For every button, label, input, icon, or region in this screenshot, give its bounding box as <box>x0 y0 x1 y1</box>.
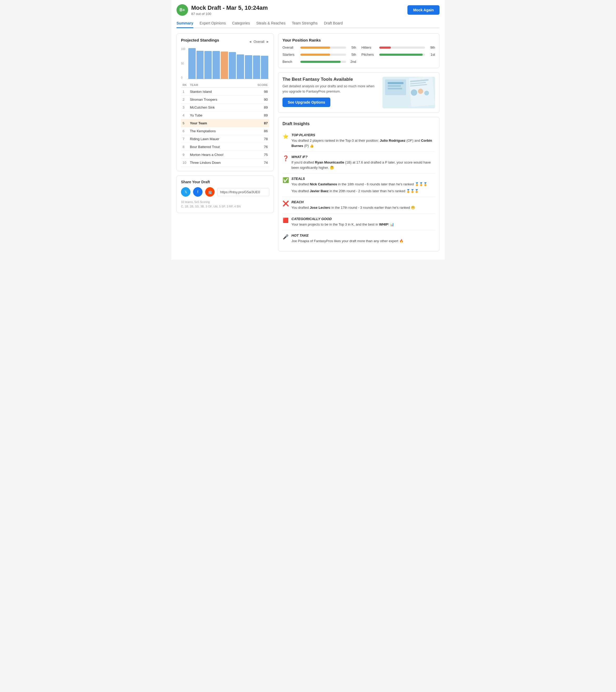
main-content: Projected Standings ◄ Overall ► 100 50 0 <box>176 34 440 256</box>
pos-rank-overall-value: 5th <box>348 45 356 49</box>
table-row: 3 McCutchen Sink 89 <box>181 104 269 111</box>
header: B+ Mock Draft - Mar 5, 10:24am 87 out of… <box>176 4 440 16</box>
svg-rect-2 <box>388 82 403 84</box>
table-row: 2 Stroman Troopers 90 <box>181 96 269 104</box>
table-row: 9 Morton Hears a Choo! 75 <box>181 151 269 159</box>
mock-again-button[interactable]: Mock Again <box>407 5 440 15</box>
insight-steals-text-2: You drafted Javier Baez in the 20th roun… <box>292 189 435 194</box>
insight-top-players-text: You drafted 2 players ranked in the Top-… <box>292 138 435 148</box>
pos-bar-overall <box>300 46 330 49</box>
share-title: Share Your Draft <box>181 180 269 184</box>
pos-rank-starters-value: 5th <box>348 52 356 57</box>
bar-10 <box>261 56 268 79</box>
pos-bar-overall-wrap <box>300 46 346 49</box>
page-title: Mock Draft - Mar 5, 10:24am <box>191 4 268 11</box>
draft-insights-card: Draft Insights ⭐ TOP PLAYERS You drafted… <box>278 117 440 251</box>
bar-chart <box>187 48 269 79</box>
reddit-share-button[interactable]: 🤖 <box>205 187 215 197</box>
bar-1 <box>188 48 196 79</box>
insight-what-if-text: If you'd drafted Ryan Mountcastle (1B) a… <box>292 160 435 170</box>
bar-3 <box>204 51 212 79</box>
insight-steals-heading: STEALS <box>292 177 435 181</box>
pos-label-overall: Overall <box>282 45 298 49</box>
table-row: 4 Yu Tube 89 <box>181 111 269 120</box>
table-row: 1 Stanton Island 98 <box>181 88 269 96</box>
y-label-100: 100 <box>181 48 186 50</box>
tab-bar: Summary Expert Opinions Categories Steal… <box>176 19 440 28</box>
facebook-share-button[interactable]: f <box>193 187 203 197</box>
position-ranks-title: Your Position Ranks <box>282 38 435 42</box>
upgrade-text: The Best Fantasy Tools Available Get det… <box>282 77 378 107</box>
nav-next-arrow[interactable]: ► <box>266 40 269 44</box>
pos-bar-pitchers <box>379 53 423 56</box>
pos-bar-bench-wrap <box>300 61 346 63</box>
bar-6 <box>229 52 236 79</box>
y-label-0: 0 <box>181 76 186 79</box>
bar-4 <box>213 51 220 79</box>
share-row: 𝕏 f 🤖 <box>181 187 269 197</box>
tab-expert-opinions[interactable]: Expert Opinions <box>200 19 226 28</box>
chart-y-axis: 100 50 0 <box>181 48 186 79</box>
upgrade-card: The Best Fantasy Tools Available Get det… <box>278 72 440 113</box>
standings-table: RK TEAM SCORE 1 Stanton Island 98 2 <box>181 82 269 167</box>
tab-team-strengths[interactable]: Team Strengths <box>292 19 317 28</box>
insight-cat-good-body: CATEGORICALLY GOOD Your team projects to… <box>292 217 435 227</box>
pos-rank-starters: Starters 5th <box>282 52 356 57</box>
header-subtitle: 87 out of 100 <box>191 12 268 16</box>
y-label-50: 50 <box>181 62 186 65</box>
grid-icon: 🟥 <box>282 217 289 223</box>
pos-bar-bench <box>300 61 341 63</box>
col-rank: RK <box>181 82 188 88</box>
svg-rect-3 <box>388 85 401 87</box>
col-score: SCORE <box>248 82 269 88</box>
standings-nav: ◄ Overall ► <box>249 40 269 44</box>
bar-9 <box>253 56 260 79</box>
upgrade-description: Get detailed analysis on your drafts and… <box>282 84 378 94</box>
pos-label-pitchers: Pitchers <box>361 52 377 57</box>
pos-label-starters: Starters <box>282 52 298 57</box>
table-row: 8 Bour Battered Trout 76 <box>181 143 269 151</box>
tab-draft-board[interactable]: Draft Board <box>324 19 343 28</box>
table-row: 7 Riding Lawn Mauer 78 <box>181 135 269 143</box>
pos-rank-hitters-value: 9th <box>427 45 435 49</box>
share-url-input[interactable] <box>217 188 269 196</box>
header-left: B+ Mock Draft - Mar 5, 10:24am 87 out of… <box>176 4 268 16</box>
pos-rank-bench: Bench 2nd <box>282 60 356 64</box>
insight-steals-text-1: You drafted Nick Castellanos in the 18th… <box>292 182 435 187</box>
insight-cat-good-heading: CATEGORICALLY GOOD <box>292 217 435 221</box>
scoring-note: 10 teams, 5x5 ScoringC, 1B, 2B, SS, 3B, … <box>181 200 269 209</box>
insight-what-if-heading: WHAT IF? <box>292 155 435 159</box>
tab-steals-reaches[interactable]: Steals & Reaches <box>256 19 285 28</box>
nav-prev-arrow[interactable]: ◄ <box>249 40 252 44</box>
pos-rank-overall: Overall 5th <box>282 45 356 49</box>
question-circle-icon: ❓ <box>282 155 289 161</box>
upgrade-preview-svg <box>382 77 435 108</box>
pos-rank-pitchers-value: 1st <box>427 52 435 57</box>
insight-cat-good-text: Your team projects to be in the Top 3 in… <box>292 222 435 227</box>
twitter-share-button[interactable]: 𝕏 <box>181 187 190 197</box>
bar-2 <box>196 51 204 79</box>
right-column: Your Position Ranks Overall 5th Hitters <box>278 34 440 256</box>
pos-bar-starters-wrap <box>300 53 346 56</box>
insight-steals-body: STEALS You drafted Nick Castellanos in t… <box>292 177 435 194</box>
insight-reach-text: You drafted Jose Leclerc in the 17th rou… <box>292 205 435 210</box>
insight-hot-take: 🎤 HOT TAKE Joe Pisapia of FantasyPros li… <box>282 230 435 247</box>
table-row: 6 The Kemptations 86 <box>181 127 269 135</box>
table-row: 10 Three Lindors Down 74 <box>181 159 269 167</box>
tab-categories[interactable]: Categories <box>232 19 250 28</box>
bar-7 <box>237 55 244 79</box>
insight-what-if-body: WHAT IF? If you'd drafted Ryan Mountcast… <box>292 155 435 170</box>
pos-bar-hitters-wrap <box>379 46 425 49</box>
position-ranks-card: Your Position Ranks Overall 5th Hitters <box>278 34 440 68</box>
insight-hot-take-text: Joe Pisapia of FantasyPros likes your dr… <box>292 238 435 244</box>
grade-badge: B+ <box>176 4 188 16</box>
position-ranks-grid: Overall 5th Hitters 9th <box>282 45 435 64</box>
insight-what-if: ❓ WHAT IF? If you'd drafted Ryan Mountca… <box>282 152 435 174</box>
tab-summary[interactable]: Summary <box>176 19 193 28</box>
bar-chart-wrap: 100 50 0 <box>187 48 269 79</box>
upgrade-button[interactable]: See Upgrade Options <box>282 98 331 107</box>
star-icon: ⭐ <box>282 133 289 139</box>
bar-5-your-team <box>221 51 228 79</box>
bar-8 <box>245 55 252 79</box>
left-column: Projected Standings ◄ Overall ► 100 50 0 <box>176 34 274 256</box>
